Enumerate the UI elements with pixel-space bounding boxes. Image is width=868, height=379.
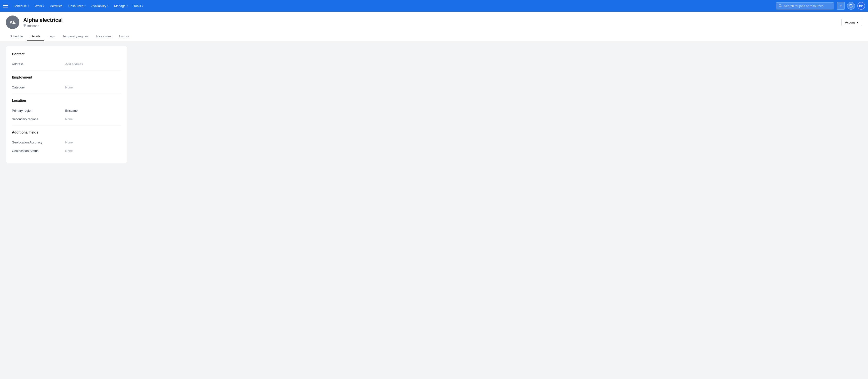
svg-line-4 (781, 6, 782, 7)
search-bar[interactable]: Search for jobs or resources (776, 2, 834, 9)
tab-details[interactable]: Details (27, 32, 44, 41)
field-value-geolocation-accuracy: None (65, 140, 73, 144)
add-button[interactable]: + (837, 2, 845, 10)
nav-label-manage: Manage (114, 4, 126, 8)
section-employment-title: Employment (12, 75, 121, 79)
entity-location-text: Brisbane (27, 24, 39, 28)
svg-rect-1 (3, 5, 8, 6)
topnav: Schedule ▾ Work ▾ Activities Resources ▾… (0, 0, 868, 12)
field-secondary-regions: Secondary regions None (12, 115, 121, 123)
actions-button[interactable]: Actions ▾ (841, 19, 862, 26)
chevron-down-icon: ▾ (43, 5, 44, 7)
nav-label-tools: Tools (133, 4, 141, 8)
tabs-bar: Schedule Details Tags Temporary regions … (6, 32, 862, 41)
nav-item-tools[interactable]: Tools ▾ (131, 3, 146, 9)
nav-label-availability: Availability (91, 4, 106, 8)
page-header: AE Alpha electrical Brisbane Actions ▾ (0, 12, 868, 41)
nav-item-schedule[interactable]: Schedule ▾ (11, 3, 31, 9)
section-employment: Employment Category None (12, 75, 121, 92)
nav-label-schedule: Schedule (13, 4, 27, 8)
field-geolocation-status: Geolocation Status None (12, 147, 121, 155)
search-placeholder: Search for jobs or resources (784, 4, 824, 8)
tab-history[interactable]: History (115, 32, 133, 41)
entity-avatar: AE (6, 15, 20, 29)
field-value-category: None (65, 86, 73, 89)
divider-3 (12, 125, 121, 126)
section-contact: Contact Address Add address (12, 52, 121, 68)
nav-item-manage[interactable]: Manage ▾ (112, 3, 130, 9)
field-address: Address Add address (12, 60, 121, 68)
field-label-address: Address (12, 62, 65, 66)
actions-label: Actions (845, 21, 856, 24)
nav-label-resources: Resources (68, 4, 84, 8)
section-additional-title: Additional fields (12, 130, 121, 134)
nav-label-activities: Activities (50, 4, 62, 8)
nav-item-resources[interactable]: Resources ▾ (66, 3, 88, 9)
nav-label-work: Work (35, 4, 42, 8)
field-value-secondary-regions: None (65, 117, 73, 121)
nav-item-availability[interactable]: Availability ▾ (89, 3, 111, 9)
chevron-down-icon: ▾ (84, 5, 86, 7)
svg-rect-0 (3, 4, 8, 4)
tab-tags[interactable]: Tags (44, 32, 58, 41)
field-value-address: Add address (65, 62, 83, 66)
chevron-down-icon: ▾ (107, 5, 108, 7)
field-primary-region: Primary region Brisbane (12, 106, 121, 115)
svg-point-7 (24, 25, 25, 26)
user-avatar[interactable]: HH (857, 2, 865, 10)
location-icon (23, 24, 26, 28)
nav-logo[interactable] (3, 3, 8, 9)
section-additional: Additional fields Geolocation Accuracy N… (12, 130, 121, 155)
field-value-primary-region: Brisbane (65, 109, 78, 113)
field-label-primary-region: Primary region (12, 109, 65, 113)
chevron-down-icon: ▾ (127, 5, 128, 7)
field-label-geolocation-accuracy: Geolocation Accuracy (12, 140, 65, 144)
tab-resources[interactable]: Resources (92, 32, 115, 41)
field-label-category: Category (12, 86, 65, 89)
tab-temporary-regions[interactable]: Temporary regions (58, 32, 92, 41)
chevron-down-icon: ▾ (142, 5, 143, 7)
nav-item-activities[interactable]: Activities (48, 3, 65, 9)
svg-rect-2 (3, 7, 8, 7)
field-category: Category None (12, 83, 121, 92)
entity-name: Alpha electrical (23, 17, 63, 23)
section-location: Location Primary region Brisbane Seconda… (12, 99, 121, 123)
detail-card: Contact Address Add address Employment C… (6, 46, 127, 163)
search-icon (778, 4, 782, 8)
main-content: Contact Address Add address Employment C… (0, 41, 868, 379)
tab-schedule[interactable]: Schedule (6, 32, 27, 41)
section-contact-title: Contact (12, 52, 121, 56)
field-label-secondary-regions: Secondary regions (12, 117, 65, 121)
section-location-title: Location (12, 99, 121, 102)
chevron-down-icon: ▾ (28, 5, 29, 7)
entity-info: Alpha electrical Brisbane (23, 17, 63, 28)
actions-chevron-icon: ▾ (857, 21, 859, 24)
entity-location: Brisbane (23, 24, 63, 28)
sync-button[interactable] (847, 2, 855, 10)
nav-item-work[interactable]: Work ▾ (32, 3, 46, 9)
field-label-geolocation-status: Geolocation Status (12, 149, 65, 153)
field-value-geolocation-status: None (65, 149, 73, 153)
field-geolocation-accuracy: Geolocation Accuracy None (12, 138, 121, 147)
